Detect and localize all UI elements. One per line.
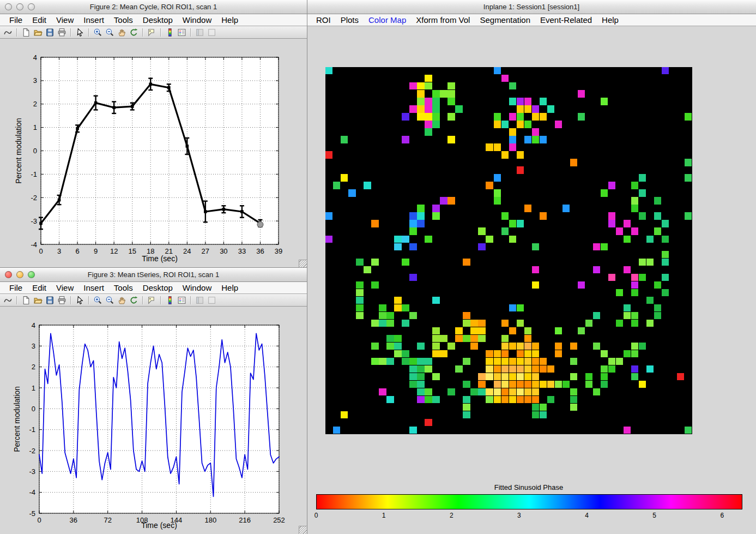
menu-insert[interactable]: Insert [78, 283, 109, 292]
figure2-toolbar [0, 26, 307, 39]
svg-text:3: 3 [33, 76, 37, 85]
menu-tools[interactable]: Tools [109, 15, 138, 25]
figure2-titlebar[interactable]: Figure 2: Mean Cycle, ROI ROI1, scan 1 [0, 0, 307, 14]
zoom-button[interactable] [28, 3, 35, 10]
pan-icon[interactable] [117, 27, 127, 38]
menu-help[interactable]: Help [216, 283, 243, 292]
print-icon[interactable] [57, 295, 67, 305]
zoom-button[interactable] [28, 271, 35, 278]
menu-desktop[interactable]: Desktop [138, 15, 178, 25]
menu-color-map[interactable]: Color Map [364, 15, 411, 25]
mean-tseries-chart: 03672108144180216252-5-4-3-2-101234Time … [0, 307, 307, 534]
figure2-plot-area[interactable]: 036912151821242730333639-4-3-2-101234Tim… [0, 39, 307, 268]
menu-segmentation[interactable]: Segmentation [475, 15, 535, 25]
undock-icon[interactable] [3, 27, 13, 38]
figure2-window: Figure 2: Mean Cycle, ROI ROI1, scan 1 F… [0, 0, 307, 268]
save-icon[interactable] [45, 27, 55, 38]
menu-edit[interactable]: Edit [27, 283, 51, 292]
resize-grip[interactable] [299, 526, 307, 534]
svg-text:9: 9 [94, 247, 98, 255]
menu-tools[interactable]: Tools [109, 283, 138, 292]
resize-grip[interactable] [299, 260, 307, 268]
svg-text:-4: -4 [29, 488, 35, 496]
rotate-icon[interactable] [129, 295, 139, 305]
data-cursor-icon[interactable] [147, 27, 157, 38]
toolbar-separator [16, 28, 17, 37]
legend-icon[interactable] [177, 27, 187, 38]
svg-text:-1: -1 [31, 170, 37, 178]
svg-text:3: 3 [32, 342, 35, 350]
close-button[interactable] [5, 271, 12, 278]
cursor-icon[interactable] [75, 27, 85, 38]
phase-colorbar [316, 494, 742, 509]
cursor-icon[interactable] [75, 295, 85, 305]
close-button[interactable] [5, 3, 12, 10]
svg-text:216: 216 [239, 516, 251, 524]
zoom-in-icon[interactable] [93, 295, 103, 305]
zoom-out-icon[interactable] [105, 295, 115, 305]
plottools-off-icon[interactable] [195, 27, 205, 38]
menu-edit[interactable]: Edit [27, 15, 51, 25]
figure3-titlebar[interactable]: Figure 3: Mean tSeries, ROI ROI1, scan 1 [0, 268, 307, 282]
pan-icon[interactable] [117, 295, 127, 305]
undock-icon[interactable] [3, 295, 13, 305]
svg-text:0: 0 [33, 147, 37, 155]
data-cursor-icon[interactable] [147, 295, 157, 305]
open-icon[interactable] [33, 295, 43, 305]
save-icon[interactable] [45, 295, 55, 305]
inplane-titlebar[interactable]: Inplane 1: Session1 [session1] [307, 0, 756, 14]
figure3-menubar: FileEditViewInsertToolsDesktopWindowHelp [0, 282, 307, 294]
colorbar-icon[interactable] [165, 295, 175, 305]
colorbar-icon[interactable] [165, 27, 175, 38]
svg-text:36: 36 [256, 247, 264, 255]
inplane-window: Inplane 1: Session1 [session1] ROIPlotsC… [307, 0, 756, 534]
svg-text:Percent modulation: Percent modulation [14, 118, 23, 184]
menu-window[interactable]: Window [178, 15, 216, 25]
menu-insert[interactable]: Insert [78, 15, 109, 25]
zoom-out-icon[interactable] [105, 27, 115, 38]
figure3-toolbar [0, 294, 307, 307]
svg-text:Time (sec): Time (sec) [142, 254, 178, 263]
toolbar-separator [88, 296, 89, 304]
svg-text:12: 12 [110, 247, 118, 255]
svg-text:0: 0 [39, 247, 43, 255]
menu-plots[interactable]: Plots [336, 15, 364, 25]
window-controls [5, 3, 35, 10]
figure3-plot-area[interactable]: 03672108144180216252-5-4-3-2-101234Time … [0, 307, 307, 534]
colorbar-tick-3: 3 [517, 512, 521, 519]
minimize-button[interactable] [16, 271, 23, 278]
zoom-in-icon[interactable] [93, 27, 103, 38]
legend-icon[interactable] [177, 295, 187, 305]
svg-text:-3: -3 [31, 217, 37, 225]
menu-xform-from-vol[interactable]: Xform from Vol [411, 15, 475, 25]
new-icon[interactable] [21, 295, 31, 305]
colorbar-tick-1: 1 [382, 512, 386, 519]
menu-view[interactable]: View [51, 15, 78, 25]
new-icon[interactable] [21, 27, 31, 38]
phase-map-image[interactable] [325, 67, 692, 434]
rotate-icon[interactable] [129, 27, 139, 38]
colorbar-title: Fitted Sinusoid Phase [316, 483, 741, 491]
toolbar-separator [190, 28, 191, 37]
minimize-button[interactable] [16, 3, 23, 10]
menu-view[interactable]: View [51, 283, 78, 292]
menu-roi[interactable]: ROI [311, 15, 336, 25]
plottools-on-icon[interactable] [207, 27, 217, 38]
plottools-off-icon[interactable] [195, 295, 205, 305]
menu-file[interactable]: File [4, 15, 27, 25]
svg-text:Time (sec): Time (sec) [141, 521, 177, 530]
svg-text:2: 2 [32, 363, 35, 371]
print-icon[interactable] [57, 27, 67, 38]
plottools-on-icon[interactable] [207, 295, 217, 305]
open-icon[interactable] [33, 27, 43, 38]
menu-window[interactable]: Window [178, 283, 216, 292]
svg-text:39: 39 [275, 247, 282, 255]
window-title: Figure 3: Mean tSeries, ROI ROI1, scan 1 [88, 271, 219, 279]
svg-text:0: 0 [37, 516, 41, 524]
menu-event-related[interactable]: Event-Related [535, 15, 597, 25]
menu-help[interactable]: Help [216, 15, 243, 25]
toolbar-separator [70, 28, 71, 37]
menu-desktop[interactable]: Desktop [138, 283, 178, 292]
menu-file[interactable]: File [4, 283, 27, 292]
menu-help[interactable]: Help [597, 15, 624, 25]
